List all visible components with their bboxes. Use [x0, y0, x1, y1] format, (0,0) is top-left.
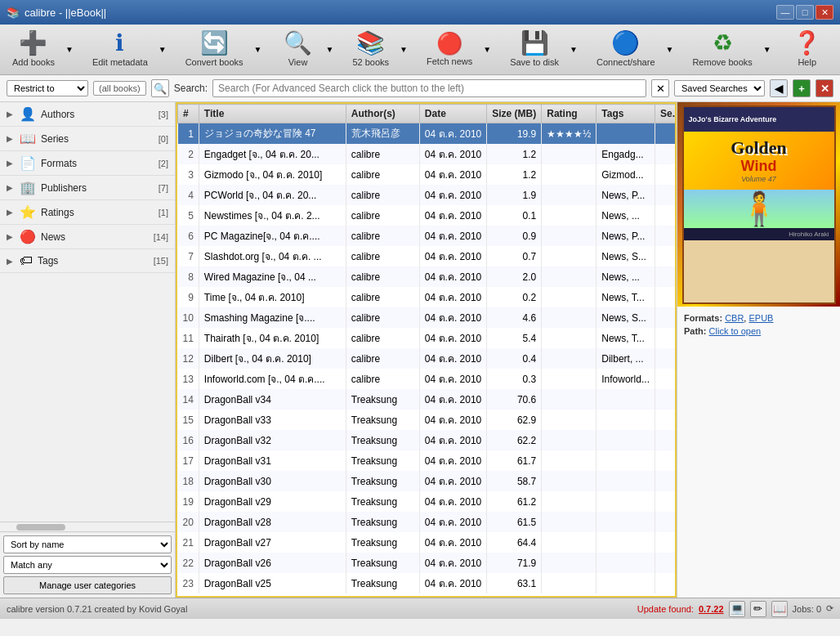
formats-epub-link[interactable]: EPUB — [748, 313, 773, 323]
authors-arrow-icon: ▶ — [7, 110, 15, 119]
formats-cbr-link[interactable]: CBR — [725, 313, 744, 323]
cell-date: 04 ต.ค. 2010 — [419, 307, 486, 328]
connect-share-button[interactable]: 🔵 Connect/share — [589, 28, 663, 71]
save-to-disk-button[interactable]: 💾 Save to disk — [503, 28, 566, 71]
table-row[interactable]: 19 DragonBall v29 Treaksung 04 ต.ค. 2010… — [178, 491, 677, 512]
add-books-dropdown[interactable]: ▼ — [62, 28, 77, 71]
table-row[interactable]: 21 DragonBall v27 Treaksung 04 ต.ค. 2010… — [178, 532, 677, 553]
status-btn-2[interactable]: ✏ — [750, 601, 766, 617]
table-row[interactable]: 10 Smashing Magazine [จ.... calibre 04 ต… — [178, 307, 677, 328]
col-size[interactable]: Size (MB) — [487, 105, 542, 123]
fetch-news-dropdown[interactable]: ▼ — [480, 29, 494, 70]
table-row[interactable]: 11 Thairath [จ., 04 ต.ค. 2010] calibre 0… — [178, 328, 677, 348]
table-row[interactable]: 17 DragonBall v31 Treaksung 04 ต.ค. 2010… — [178, 450, 677, 471]
saved-searches-select[interactable]: Saved Searches — [674, 80, 765, 96]
sidebar-item-tags[interactable]: ▶ 🏷 Tags [15] — [0, 249, 175, 272]
table-row[interactable]: 14 DragonBall v34 Treaksung 04 ต.ค. 2010… — [178, 389, 677, 410]
table-row[interactable]: 8 Wired Magazine [จ., 04 ... calibre 04 … — [178, 266, 677, 287]
maximize-button[interactable]: □ — [796, 5, 814, 20]
table-row[interactable]: 3 Gizmodo [จ., 04 ต.ค. 2010] calibre 04 … — [178, 164, 677, 185]
remove-books-icon: ♻ — [713, 32, 733, 55]
convert-books-button[interactable]: 🔄 Convert books — [178, 28, 251, 71]
cell-num: 8 — [178, 266, 199, 287]
sidebar-item-news[interactable]: ▶ 🔴 News [14] — [0, 225, 175, 249]
cell-series — [655, 307, 677, 328]
convert-books-dropdown[interactable]: ▼ — [251, 28, 266, 71]
tags-label: Tags — [38, 255, 149, 266]
table-row[interactable]: 9 Time [จ., 04 ต.ค. 2010] calibre 04 ต.ค… — [178, 287, 677, 307]
close-button[interactable]: ✕ — [815, 5, 833, 20]
52-books-button[interactable]: 📚 52 books — [345, 28, 396, 71]
table-row[interactable]: 13 Infoworld.com [จ., 04 ต.ค.... calibre… — [178, 369, 677, 389]
sort-by-select[interactable]: Sort by name Sort by popularity Sort by … — [3, 535, 172, 553]
table-row[interactable]: 23 DragonBall v25 Treaksung 04 ต.ค. 2010… — [178, 573, 677, 593]
series-label: Series — [41, 133, 154, 145]
table-row[interactable]: 5 Newstimes [จ., 04 ต.ค. 2... calibre 04… — [178, 205, 677, 226]
table-row[interactable]: 6 PC Magazine[จ., 04 ต.ค.... calibre 04 … — [178, 226, 677, 246]
table-row[interactable]: 2 Engadget [จ., 04 ต.ค. 20... calibre 04… — [178, 144, 677, 164]
search-clear-button[interactable]: ✕ — [651, 79, 669, 97]
status-btn-1[interactable]: 💻 — [729, 601, 745, 617]
table-row[interactable]: 12 Dilbert [จ., 04 ต.ค. 2010] calibre 04… — [178, 348, 677, 369]
saved-searches-remove[interactable]: ✕ — [815, 79, 833, 97]
manage-user-categories-button[interactable]: Manage user categories — [3, 576, 172, 594]
edit-metadata-dropdown[interactable]: ▼ — [155, 28, 170, 71]
titlebar-left: 📚 calibre - ||eBook|| — [7, 7, 106, 19]
connect-share-dropdown[interactable]: ▼ — [663, 28, 677, 71]
cell-size: 62.2 — [487, 430, 542, 450]
cell-date: 04 ต.ค. 2010 — [419, 164, 486, 185]
col-rating[interactable]: Rating — [542, 105, 596, 123]
table-row[interactable]: 18 DragonBall v30 Treaksung 04 ต.ค. 2010… — [178, 471, 677, 491]
remove-books-dropdown[interactable]: ▼ — [760, 28, 775, 71]
edit-metadata-icon: ℹ — [115, 32, 124, 55]
view-button[interactable]: 🔍 View — [274, 28, 323, 71]
sidebar-item-authors[interactable]: ▶ 👤 Authors [3] — [0, 102, 175, 126]
table-row[interactable]: 16 DragonBall v32 Treaksung 04 ต.ค. 2010… — [178, 430, 677, 450]
table-row[interactable]: 1 ジョジョの奇妙な冒険 47 荒木飛呂彦 04 ต.ค. 2010 19.9 … — [178, 123, 677, 145]
52-books-dropdown[interactable]: ▼ — [396, 28, 411, 71]
status-btn-3[interactable]: 📖 — [771, 601, 788, 617]
restrict-select[interactable]: Restrict to — [7, 80, 88, 96]
cell-series — [655, 164, 677, 185]
edit-metadata-button[interactable]: ℹ Edit metadata — [85, 28, 155, 71]
fetch-news-button[interactable]: 🔴 Fetch news — [419, 29, 480, 70]
fetch-news-icon: 🔴 — [436, 33, 462, 54]
col-date[interactable]: Date — [419, 105, 486, 123]
col-series[interactable]: Se... — [655, 105, 677, 123]
remove-books-button[interactable]: ♻ Remove books — [685, 28, 759, 71]
search-icon-button[interactable]: 🔍 — [151, 79, 169, 97]
col-author[interactable]: Author(s) — [346, 105, 419, 123]
path-link[interactable]: Click to open — [709, 326, 762, 336]
help-button[interactable]: ❓ Help — [783, 28, 832, 71]
table-row[interactable]: 22 DragonBall v26 Treaksung 04 ต.ค. 2010… — [178, 553, 677, 573]
cell-rating — [542, 410, 596, 430]
sidebar-item-formats[interactable]: ▶ 📄 Formats [2] — [0, 151, 175, 175]
update-version-link[interactable]: 0.7.22 — [699, 604, 724, 614]
sidebar-item-publishers[interactable]: ▶ 🏢 Publishers [7] — [0, 176, 175, 199]
minimize-button[interactable]: — — [776, 5, 794, 20]
search-input[interactable] — [212, 79, 646, 97]
col-title[interactable]: Title — [199, 105, 346, 123]
cell-rating — [542, 532, 596, 553]
table-row[interactable]: 4 PCWorld [จ., 04 ต.ค. 20... calibre 04 … — [178, 185, 677, 205]
edit-metadata-group: ℹ Edit metadata ▼ — [85, 28, 170, 71]
formats-label: Formats — [41, 158, 154, 169]
sidebar-hscroll[interactable] — [0, 522, 175, 531]
col-num[interactable]: # — [178, 105, 199, 123]
add-books-button[interactable]: ➕ Add books — [5, 28, 62, 71]
col-tags[interactable]: Tags — [596, 105, 655, 123]
cell-author: Treaksung — [346, 553, 419, 573]
table-row[interactable]: 7 Slashdot.org [จ., 04 ต.ค. ... calibre … — [178, 246, 677, 266]
save-to-disk-dropdown[interactable]: ▼ — [566, 28, 581, 71]
cell-series — [655, 348, 677, 369]
sidebar-item-series[interactable]: ▶ 📖 Series [0] — [0, 127, 175, 150]
sidebar-item-ratings[interactable]: ▶ ⭐ Ratings [1] — [0, 200, 175, 224]
table-row[interactable]: 15 DragonBall v33 Treaksung 04 ต.ค. 2010… — [178, 410, 677, 430]
saved-searches-add[interactable]: + — [793, 79, 811, 97]
table-row[interactable]: 20 DragonBall v28 Treaksung 04 ต.ค. 2010… — [178, 512, 677, 532]
view-dropdown[interactable]: ▼ — [323, 28, 337, 71]
cell-author: Treaksung — [346, 512, 419, 532]
match-select[interactable]: Match any Match all — [3, 556, 172, 574]
cell-rating — [542, 205, 596, 226]
saved-searches-prev[interactable]: ◀ — [770, 79, 788, 97]
